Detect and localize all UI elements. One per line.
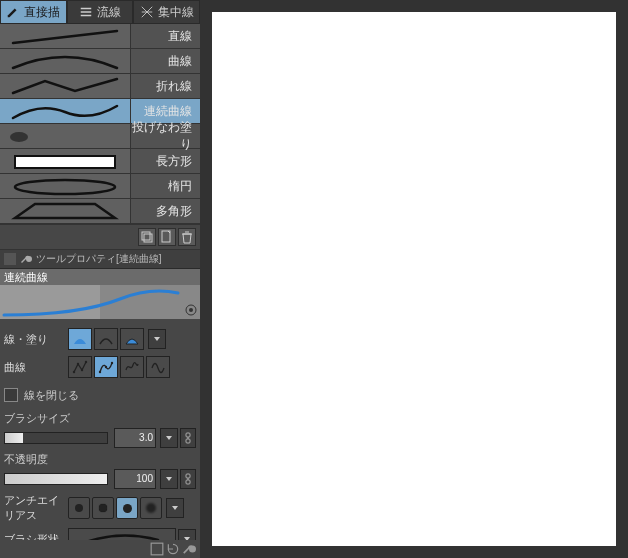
- svg-line-0: [13, 31, 117, 43]
- tool-label: 長方形: [131, 153, 200, 170]
- brush-shape-preview[interactable]: [68, 528, 176, 540]
- line-fill-label: 線・塗り: [4, 332, 68, 347]
- svg-rect-20: [186, 474, 190, 478]
- tool-list: 直線曲線折れ線連続曲線投げなわ塗り長方形楕円多角形: [0, 24, 200, 224]
- tab-0[interactable]: 直接描: [0, 0, 67, 24]
- tool-label: 曲線: [131, 53, 200, 70]
- svg-point-15: [105, 366, 107, 368]
- curve-type-4[interactable]: [146, 356, 170, 378]
- brush-shape-label: ブラシ形状: [4, 532, 68, 541]
- tool-label: 直線: [131, 28, 200, 45]
- brush-shape-dropdown[interactable]: [178, 529, 196, 540]
- close-line-checkbox[interactable]: [4, 388, 18, 402]
- tool-list-toolbar: [0, 224, 200, 250]
- tab-1[interactable]: 流線: [67, 0, 134, 24]
- tool-preview: [0, 174, 131, 198]
- preview-pane: [0, 285, 200, 319]
- linefill-mode-outline[interactable]: [94, 328, 118, 350]
- tool-preview: [0, 99, 131, 123]
- svg-rect-7: [4, 253, 16, 265]
- tool-tabs: 直接描流線集中線: [0, 0, 200, 24]
- close-line-label: 線を閉じる: [24, 388, 79, 403]
- aa-strong[interactable]: [140, 497, 162, 519]
- svg-rect-23: [151, 543, 163, 555]
- new-tool-button[interactable]: [158, 228, 176, 246]
- svg-rect-2: [15, 156, 115, 168]
- svg-point-12: [81, 369, 83, 371]
- tool-label: 折れ線: [131, 78, 200, 95]
- opacity-slider[interactable]: [4, 473, 108, 485]
- delete-tool-button[interactable]: [178, 228, 196, 246]
- tool-label: 楕円: [131, 178, 200, 195]
- curve-type-3[interactable]: [120, 356, 144, 378]
- curve-type-2[interactable]: [94, 356, 118, 378]
- aa-mid[interactable]: [116, 497, 138, 519]
- tool-item-7[interactable]: 多角形: [0, 199, 200, 224]
- svg-rect-17: [186, 433, 190, 437]
- tool-item-6[interactable]: 楕円: [0, 174, 200, 199]
- svg-point-1: [10, 132, 28, 142]
- tool-preview: [0, 149, 131, 173]
- curve-type-1[interactable]: [68, 356, 92, 378]
- linefill-mode-fill[interactable]: [120, 328, 144, 350]
- tab-label: 流線: [97, 4, 121, 21]
- aa-label: アンチエイリアス: [4, 493, 68, 523]
- svg-point-14: [99, 371, 101, 373]
- svg-point-9: [189, 308, 193, 312]
- svg-rect-21: [186, 480, 190, 484]
- prop-footer: [0, 540, 200, 558]
- svg-point-16: [111, 362, 113, 364]
- tool-preview: [0, 49, 131, 73]
- tab-label: 集中線: [158, 4, 194, 21]
- tool-item-2[interactable]: 折れ線: [0, 74, 200, 99]
- opacity-label: 不透明度: [4, 452, 196, 467]
- brush-size-dropdown[interactable]: [160, 428, 178, 448]
- tab-2[interactable]: 集中線: [133, 0, 200, 24]
- svg-rect-4: [142, 232, 150, 240]
- tab-label: 直接描: [24, 4, 60, 21]
- tool-label: 連続曲線: [131, 103, 200, 120]
- svg-point-11: [77, 363, 79, 365]
- canvas[interactable]: [212, 12, 616, 546]
- prop-header: ツールプロパティ[連続曲線]: [0, 250, 200, 269]
- aa-weak[interactable]: [92, 497, 114, 519]
- wrench-icon: [20, 253, 32, 265]
- brush-size-slider[interactable]: [4, 432, 108, 444]
- tool-item-5[interactable]: 長方形: [0, 149, 200, 174]
- tool-preview: [0, 199, 131, 223]
- tool-preview: [0, 124, 131, 148]
- tool-title: 連続曲線: [0, 269, 200, 285]
- copy-tool-button[interactable]: [138, 228, 156, 246]
- svg-rect-18: [186, 439, 190, 443]
- linefill-dropdown[interactable]: [148, 329, 166, 349]
- linefill-mode-line[interactable]: [68, 328, 92, 350]
- tool-item-0[interactable]: 直線: [0, 24, 200, 49]
- wrench-button[interactable]: [182, 542, 196, 556]
- svg-rect-6: [162, 231, 170, 242]
- svg-rect-5: [144, 234, 152, 242]
- tool-label: 多角形: [131, 203, 200, 220]
- aa-none[interactable]: [68, 497, 90, 519]
- opacity-link[interactable]: [180, 469, 196, 489]
- tool-item-4[interactable]: 投げなわ塗り: [0, 124, 200, 149]
- brush-size-link[interactable]: [180, 428, 196, 448]
- tool-label: 投げなわ塗り: [131, 119, 200, 153]
- preview-settings-button[interactable]: [184, 303, 198, 317]
- brush-size-label: ブラシサイズ: [4, 411, 196, 426]
- curve-type-label: 曲線: [4, 360, 68, 375]
- tool-preview: [0, 24, 131, 48]
- reset-button[interactable]: [166, 542, 180, 556]
- svg-point-3: [15, 180, 115, 194]
- opacity-dropdown[interactable]: [160, 469, 178, 489]
- svg-point-10: [73, 371, 75, 373]
- brush-size-value[interactable]: 3.0: [114, 428, 156, 448]
- save-default-button[interactable]: [150, 542, 164, 556]
- aa-dropdown[interactable]: [166, 498, 184, 518]
- svg-point-13: [85, 361, 87, 363]
- opacity-value[interactable]: 100: [114, 469, 156, 489]
- tool-item-1[interactable]: 曲線: [0, 49, 200, 74]
- prop-header-label: ツールプロパティ[連続曲線]: [36, 252, 162, 266]
- tool-preview: [0, 74, 131, 98]
